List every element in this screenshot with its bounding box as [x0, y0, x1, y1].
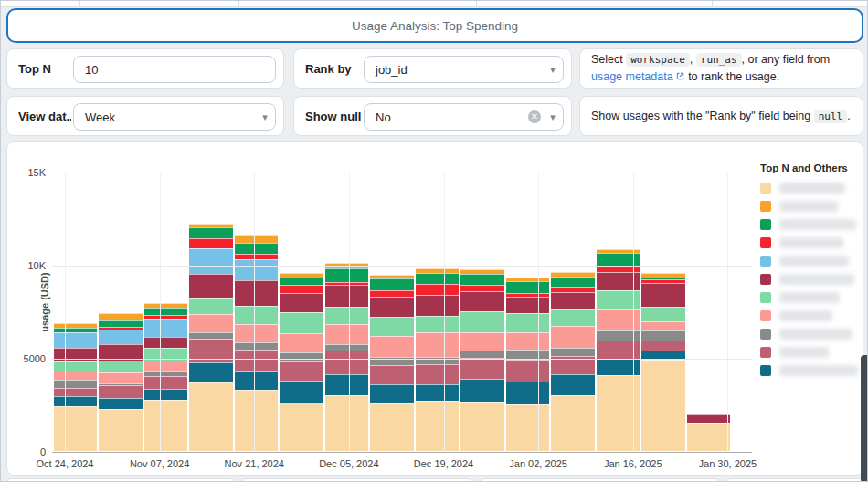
bar-segment-redacted-06[interactable]	[641, 307, 684, 321]
bar-segment-redacted-04[interactable]	[54, 380, 97, 387]
bar-segment-redacted-01[interactable]	[144, 400, 187, 451]
bar-segment-redacted-02[interactable]	[144, 389, 187, 400]
bar-segment-redacted-07[interactable]	[460, 291, 503, 311]
bar-segment-redacted-02[interactable]	[54, 396, 97, 406]
bar-segment-redacted-02[interactable]	[551, 374, 594, 394]
bar-jan-02-2025[interactable]	[506, 278, 549, 451]
bar-segment-redacted-10[interactable]	[325, 268, 368, 282]
legend-item-6[interactable]	[760, 273, 863, 285]
bar-segment-redacted-04[interactable]	[280, 352, 323, 362]
bar-segment-redacted-09[interactable]	[189, 238, 232, 247]
bar-segment-redacted-05[interactable]	[99, 372, 142, 382]
show-null-select[interactable]: No ✕ ▾	[364, 103, 564, 131]
bar-segment-redacted-06[interactable]	[460, 311, 503, 332]
bar-segment-redacted-09[interactable]	[280, 285, 323, 292]
bar-segment-redacted-06[interactable]	[416, 316, 459, 332]
bar-jan-30-2025[interactable]	[687, 414, 730, 451]
bar-segment-redacted-08[interactable]	[99, 330, 142, 343]
external-link-icon[interactable]	[675, 69, 685, 86]
bar-segment-redacted-02[interactable]	[506, 382, 549, 403]
bar-segment-redacted-01[interactable]	[460, 402, 503, 451]
bar-segment-redacted-01[interactable]	[280, 403, 323, 451]
bar-segment-redacted-04[interactable]	[460, 351, 503, 358]
legend-item-7[interactable]	[760, 291, 863, 303]
bar-segment-redacted-06[interactable]	[370, 317, 413, 335]
bar-segment-redacted-11[interactable]	[235, 235, 278, 242]
legend-item-1[interactable]	[760, 182, 863, 194]
bar-segment-redacted-02[interactable]	[325, 374, 368, 394]
bar-dec-05-2024[interactable]	[325, 263, 368, 451]
bar-oct-31-2024[interactable]	[99, 313, 142, 451]
bar-segment-redacted-07[interactable]	[189, 274, 232, 298]
legend-item-9[interactable]	[760, 328, 863, 340]
bar-segment-redacted-01[interactable]	[235, 390, 278, 451]
bar-segment-redacted-03[interactable]	[416, 364, 459, 383]
bar-segment-redacted-03[interactable]	[325, 351, 368, 375]
bar-segment-redacted-01[interactable]	[506, 404, 549, 451]
legend-item-2[interactable]	[760, 200, 863, 212]
legend-item-8[interactable]	[760, 309, 863, 321]
bar-segment-redacted-10[interactable]	[551, 277, 594, 287]
bar-segment-redacted-07[interactable]	[551, 292, 594, 309]
bar-segment-redacted-04[interactable]	[641, 330, 684, 340]
bar-segment-redacted-01[interactable]	[416, 401, 459, 451]
bar-segment-redacted-02[interactable]	[370, 384, 413, 403]
bar-segment-redacted-03[interactable]	[99, 385, 142, 398]
bar-segment-redacted-05[interactable]	[551, 326, 594, 347]
bar-segment-redacted-06[interactable]	[235, 306, 278, 324]
bar-segment-redacted-10[interactable]	[144, 308, 187, 315]
bar-segment-redacted-01[interactable]	[325, 395, 368, 451]
bar-segment-redacted-07[interactable]	[280, 293, 323, 312]
bar-segment-redacted-05[interactable]	[189, 314, 232, 332]
bar-segment-redacted-10[interactable]	[460, 274, 503, 285]
bar-segment-redacted-06[interactable]	[99, 361, 142, 372]
bar-segment-redacted-10[interactable]	[416, 273, 459, 284]
bar-segment-redacted-05[interactable]	[235, 324, 278, 341]
bar-segment-redacted-05[interactable]	[54, 372, 97, 380]
rank-by-select[interactable]: job_id ▾	[364, 56, 564, 83]
top-n-input[interactable]	[74, 63, 275, 77]
bar-segment-redacted-05[interactable]	[280, 333, 323, 351]
bar-segment-redacted-09[interactable]	[416, 284, 459, 294]
bar-segment-redacted-03[interactable]	[280, 362, 323, 381]
bar-segment-redacted-04[interactable]	[235, 342, 278, 350]
bar-segment-redacted-09[interactable]	[370, 290, 413, 297]
bar-segment-redacted-03[interactable]	[641, 341, 684, 351]
bar-segment-redacted-02[interactable]	[189, 362, 232, 382]
bar-segment-redacted-10[interactable]	[189, 227, 232, 238]
bar-segment-redacted-03[interactable]	[235, 350, 278, 371]
bar-segment-redacted-05[interactable]	[144, 361, 187, 371]
bar-segment-redacted-02[interactable]	[416, 384, 459, 401]
bar-segment-redacted-04[interactable]	[551, 348, 594, 356]
bar-segment-redacted-01[interactable]	[54, 406, 97, 451]
bar-segment-redacted-05[interactable]	[460, 332, 503, 350]
bar-segment-redacted-01[interactable]	[551, 395, 594, 451]
bar-segment-redacted-01[interactable]	[641, 360, 684, 451]
view-data-select[interactable]: Week ▾	[73, 103, 276, 131]
legend-item-5[interactable]	[760, 255, 863, 267]
bar-segment-redacted-05[interactable]	[325, 324, 368, 343]
bar-segment-redacted-01[interactable]	[370, 403, 413, 451]
chevron-down-icon[interactable]: ▾	[255, 111, 275, 123]
bar-segment-redacted-05[interactable]	[641, 321, 684, 330]
clear-selection-icon[interactable]: ✕	[528, 110, 541, 123]
bar-jan-23-2025[interactable]	[641, 273, 684, 451]
bar-segment-redacted-06[interactable]	[54, 362, 97, 372]
bar-segment-redacted-06[interactable]	[280, 312, 323, 333]
chevron-down-icon[interactable]: ▾	[543, 111, 563, 123]
legend-item-3[interactable]	[760, 218, 863, 230]
bar-dec-12-2024[interactable]	[370, 275, 413, 451]
bar-segment-redacted-06[interactable]	[506, 313, 549, 332]
legend-item-4[interactable]	[760, 236, 863, 248]
bar-segment-redacted-08[interactable]	[54, 332, 97, 347]
usage-metadata-link[interactable]: usage metadata	[591, 70, 673, 83]
bar-segment-redacted-01[interactable]	[99, 409, 142, 451]
bar-segment-redacted-07[interactable]	[687, 414, 730, 424]
bar-segment-redacted-10[interactable]	[506, 281, 549, 292]
bar-segment-redacted-07[interactable]	[370, 297, 413, 317]
bar-segment-redacted-10[interactable]	[235, 243, 278, 254]
bar-segment-redacted-03[interactable]	[144, 376, 187, 388]
bar-segment-redacted-08[interactable]	[144, 319, 187, 336]
legend-item-11[interactable]	[760, 364, 863, 376]
bar-segment-redacted-02[interactable]	[460, 379, 503, 401]
